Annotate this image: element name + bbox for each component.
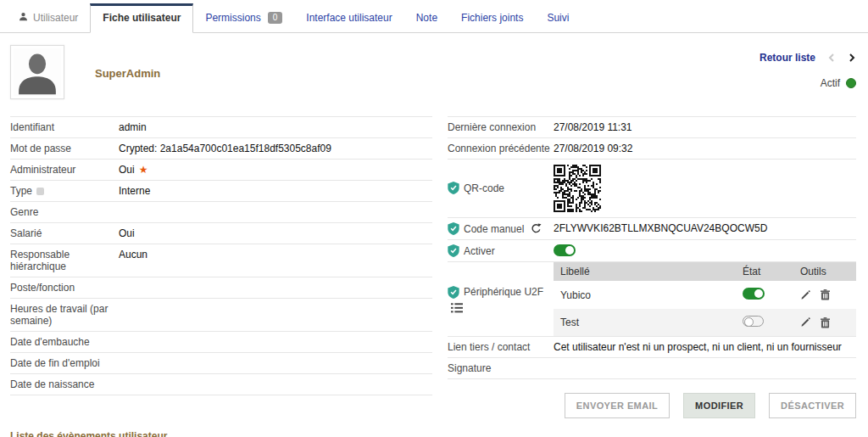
field-genre: Genre [10,202,432,223]
field-label: Dernière connexion [448,121,554,133]
back-to-list-link[interactable]: Retour liste [760,52,815,64]
u2f-device-label: Test [560,317,743,328]
qr-code [554,165,601,212]
disable-button[interactable]: DÉSACTIVER [769,393,856,418]
status-active-dot [846,78,856,88]
field-label: Identifiant [10,121,119,133]
tab-fiche-utilisateur[interactable]: Fiche utilisateur [90,3,193,33]
field-date-naissance: Date de naissance [10,374,432,395]
field-responsable-hierarchique: Responsable hiérarchique Aucun [10,244,432,277]
user-details-right: Dernière connexion 27/08/2019 11:31 Conn… [448,116,856,418]
field-label: Activer [464,245,495,257]
field-derniere-connexion: Dernière connexion 27/08/2019 11:31 [448,116,856,138]
user-card-header: SuperAdmin Retour liste Actif [10,43,856,109]
list-icon[interactable] [451,303,463,313]
field-label: Date de naissance [10,378,119,390]
help-icon [36,188,44,195]
trash-icon[interactable] [821,289,830,300]
field-label: Genre [10,206,119,218]
tab-label: Permissions [205,12,260,24]
tab-fichiers-joints[interactable]: Fichiers joints [449,4,535,32]
field-activer: Activer [448,240,856,262]
tab-utilisateur[interactable]: Utilisateur [7,4,90,32]
field-value: Interne [119,185,432,197]
field-mot-de-passe: Mot de passe Crypted: 2a1a54a700c01ea15f… [10,138,432,160]
next-record-icon[interactable] [848,53,856,63]
action-buttons: ENVOYER EMAIL MODIFIER DÉSACTIVER [448,393,856,418]
field-qr-code: QR-code [448,160,856,218]
field-label: Connexion précédente [448,143,554,154]
field-salarie: Salarié Oui [10,223,432,244]
tab-permissions[interactable]: Permissions 0 [193,4,294,32]
u2f-table-header: Libellé État Outils [554,262,856,281]
shield-check-icon [448,286,459,299]
field-administrateur: Administrateur Oui ★ [10,160,432,181]
manual-code-value: 2FLYWVKI62BTLLMXBNQCUAV24BQOCW5D [554,222,856,234]
tab-suivi[interactable]: Suivi [535,4,581,32]
table-row: Yubico [554,281,856,309]
tab-bar: Utilisateur Fiche utilisateur Permission… [0,0,868,33]
tab-label: Fichiers joints [461,12,523,24]
field-label: Date de fin d'emploi [10,357,119,369]
tab-label: Note [416,12,437,24]
admin-star-icon: ★ [139,164,148,176]
column-header-libelle: Libellé [560,266,743,277]
column-header-etat: État [743,266,800,277]
modify-button[interactable]: MODIFIER [683,393,755,418]
edit-icon[interactable] [800,290,810,300]
field-label: Poste/fonction [10,282,119,294]
field-code-manuel: Code manuel 2FLYWVKI62BTLLMXBNQCUAV24BQO… [448,218,856,240]
field-value: 27/08/2019 11:31 [554,121,856,133]
field-value: Crypted: 2a1a54a700c01ea15f18df5305c8af0… [119,143,432,154]
field-signature: Signature [448,358,856,379]
user-icon [19,12,28,24]
send-email-button[interactable]: ENVOYER EMAIL [565,393,670,418]
permissions-count-badge: 0 [268,12,283,24]
user-details-left: Identifiant admin Mot de passe Crypted: … [10,116,432,418]
u2f-state-toggle[interactable] [743,288,765,300]
tab-interface-utilisateur[interactable]: Interface utilisateur [294,4,403,32]
field-lien-tiers-contact: Lien tiers / contact Cet utilisateur n'e… [448,337,856,358]
shield-check-icon [448,244,459,257]
field-value: admin [119,121,432,133]
shield-check-icon [448,182,459,194]
u2f-device-label: Yubico [560,289,743,301]
field-identifiant: Identifiant admin [10,116,432,138]
field-poste-fonction: Poste/fonction [10,277,432,299]
field-label: Responsable hiérarchique [10,249,119,272]
field-value: Cet utilisateur n'est ni un prospect, ni… [554,341,856,353]
tab-label: Interface utilisateur [306,12,392,24]
field-label: Mot de passe [10,143,119,154]
tab-label: Suivi [547,12,569,24]
field-heures-de-travail: Heures de travail (par semaine) [10,299,432,332]
avatar[interactable] [10,45,64,99]
field-label: Code manuel [464,223,524,235]
field-label: Lien tiers / contact [448,341,554,353]
tab-note[interactable]: Note [404,4,449,32]
field-value: Oui [119,227,432,239]
field-label: Périphérique U2F [464,286,543,298]
field-label: Heures de travail (par semaine) [10,303,119,327]
u2f-state-toggle[interactable] [743,316,764,327]
field-date-fin-emploi: Date de fin d'emploi [10,353,432,374]
field-value: Oui [119,164,135,176]
refresh-icon[interactable] [531,223,542,234]
field-label: Type [10,185,32,197]
field-peripherique-u2f: Périphérique U2F Libellé État Outils Yub… [448,262,856,337]
status-label: Actif [821,77,840,89]
table-row: Test [554,309,856,336]
field-value: Aucun [119,249,432,261]
trash-icon[interactable] [821,317,830,328]
edit-icon[interactable] [800,317,810,328]
field-value: 27/08/2019 09:32 [554,143,856,154]
previous-record-icon[interactable] [827,53,836,63]
field-label: Signature [448,362,554,374]
shield-check-icon [448,222,459,235]
clipped-section-title: Liste des évènements utilisateur [10,430,167,437]
field-label: Administrateur [10,164,119,176]
activate-toggle[interactable] [554,244,576,256]
page-title: SuperAdmin [95,67,160,80]
field-label: Date d'embauche [10,336,119,348]
field-connexion-precedente: Connexion précédente 27/08/2019 09:32 [448,138,856,160]
u2f-device-table: Libellé État Outils Yubico [554,262,856,336]
